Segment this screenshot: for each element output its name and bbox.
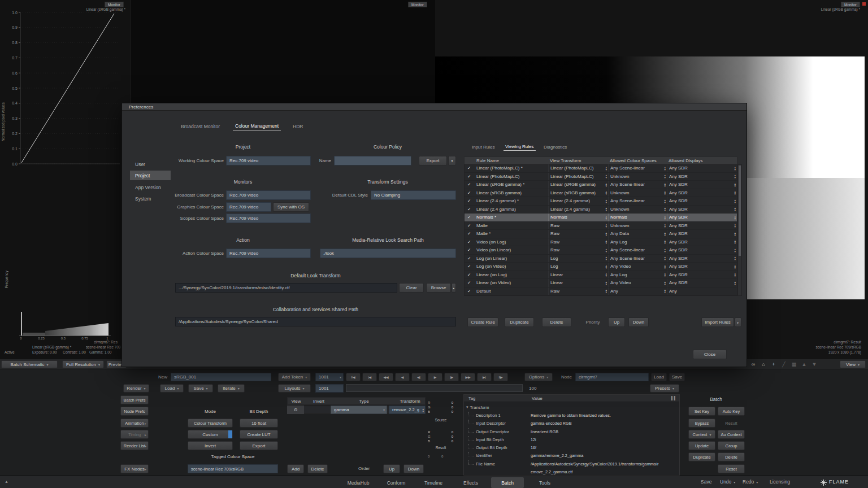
stepper-icon[interactable] (734, 190, 736, 195)
allowed-spaces-select[interactable]: Unknown (608, 206, 667, 213)
fx-nodes-button[interactable]: FX Nodes (120, 464, 149, 473)
rule-check-icon[interactable]: ✓ (465, 272, 475, 277)
timeline-slider[interactable] (346, 384, 523, 392)
allowed-displays-select[interactable]: Any SDR (667, 255, 737, 263)
add-transform-button[interactable]: Add (287, 464, 304, 473)
bottom-tab-batch[interactable]: Batch (491, 477, 524, 488)
allowed-spaces-select[interactable]: Any Scene-linear (608, 197, 667, 205)
left-button-render-list[interactable]: Render List (120, 441, 149, 450)
visibility-cell[interactable]: ⊙ (287, 406, 304, 414)
draw-icon[interactable]: ╱ (780, 360, 788, 368)
view-transform-select[interactable]: Raw (548, 287, 608, 295)
view-transform-select[interactable]: Linear (2.4 gamma) (548, 197, 608, 205)
scroll-grip-icon[interactable]: ▌▌ (671, 396, 676, 400)
view-transform-select[interactable]: Raw (548, 222, 608, 230)
transport-button[interactable]: ◀◀ (379, 373, 393, 381)
allowed-spaces-select[interactable]: Any Data (608, 230, 667, 238)
allowed-spaces-select[interactable]: Any Video (608, 263, 667, 271)
transport-button[interactable]: |◀ (362, 373, 377, 381)
stepper-icon[interactable] (664, 256, 666, 260)
batch-button-delete[interactable]: Delete (718, 452, 745, 461)
viewing-rule-row[interactable]: ✓Video (on Linear)RawAny Scene-linearAny… (465, 246, 737, 255)
allowed-spaces-select[interactable]: Unknown (608, 222, 667, 230)
view-transform-select[interactable]: Normals (548, 213, 608, 221)
tab-hdr[interactable]: HDR (290, 122, 305, 130)
broadcast-colour-space-select[interactable]: Rec.709 video (226, 190, 311, 200)
rules-scrollbar[interactable] (737, 164, 742, 296)
batch-button-result[interactable]: Result (718, 419, 745, 428)
batch-button-duplicate[interactable]: Duplicate (688, 452, 715, 461)
view-transform-select[interactable]: Linear (PhotoMapLC) (548, 173, 608, 181)
rule-check-icon[interactable]: ✓ (465, 198, 475, 203)
dialog-titlebar[interactable]: Preferences (122, 103, 747, 111)
bit-depth-button[interactable]: 16 float (240, 419, 278, 428)
viewing-rule-row[interactable]: ✓Log (on Video)LogAny VideoAny SDR (465, 263, 737, 271)
link-icon[interactable]: ∞ (749, 360, 757, 368)
rule-check-icon[interactable]: ✓ (465, 174, 475, 179)
tree-row[interactable]: Input Bit Depth12i (464, 435, 679, 443)
batch-button-bypass[interactable]: Bypass (688, 419, 715, 428)
tab-diagnostics[interactable]: Diagnostics (542, 143, 568, 151)
allowed-spaces-select[interactable]: Any Video (608, 279, 667, 287)
viewing-rule-row[interactable]: ✓Linear (sRGB gamma) *Linear (sRGB gamma… (465, 181, 737, 189)
stepper-icon[interactable] (734, 166, 736, 171)
options-dropdown[interactable]: Options (524, 373, 553, 381)
rule-check-icon[interactable]: ✓ (465, 256, 475, 261)
presets-dropdown[interactable]: Presets (650, 384, 679, 393)
stepper-icon[interactable] (734, 223, 736, 228)
down-icon[interactable]: ▼ (810, 360, 818, 368)
rule-up-button[interactable]: Up (608, 317, 625, 327)
stepper-icon[interactable] (422, 408, 424, 412)
batch-button-au-context[interactable]: Au Context (718, 430, 745, 439)
allowed-spaces-select[interactable]: Any Log (608, 238, 667, 246)
scrollbar-thumb[interactable] (739, 165, 741, 256)
collab-shared-path[interactable]: /Applications/Autodesk/Synergy/SynColor/… (175, 317, 456, 326)
allowed-spaces-select[interactable]: Any Scene-linear (608, 246, 667, 254)
rule-check-icon[interactable]: ✓ (465, 190, 475, 195)
default-look-transform-path[interactable]: .../Synergy/SynColor/2019.1/transforms/m… (175, 283, 397, 293)
tree-row[interactable]: Input Descriptorgamma-encoded RGB (464, 420, 679, 428)
transport-button[interactable]: ▶▶ (461, 373, 475, 381)
home-icon[interactable]: ⌂ (760, 360, 767, 368)
transport-button[interactable]: ◀ (395, 373, 410, 381)
viewing-rule-row[interactable]: ✓Normals *NormalsNormalsAny SDR (465, 213, 737, 222)
stepper-icon[interactable] (664, 223, 666, 228)
bottom-tab-timeline[interactable]: Timeline (417, 477, 450, 488)
default-cdl-style-select[interactable]: No Clamping (371, 190, 456, 200)
allowed-displays-select[interactable]: Any SDR (667, 173, 737, 181)
policy-name-input[interactable] (334, 156, 411, 165)
frame-spinner[interactable]: 1001 (315, 373, 344, 381)
view-transform-select[interactable]: Linear (sRGB gamma) (548, 189, 608, 197)
viewing-rule-row[interactable]: ✓MatteRawUnknownAny SDR (465, 222, 737, 230)
graphics-colour-space-select[interactable]: Rec.709 video (226, 202, 271, 212)
node-save-button[interactable]: Save (669, 373, 685, 381)
allowed-displays-select[interactable]: Any SDR (667, 189, 737, 197)
allowed-spaces-select[interactable]: Any Log (608, 271, 667, 279)
allowed-displays-select[interactable]: Any SDR (667, 263, 737, 271)
action-colour-space-select[interactable]: Rec.709 video (226, 249, 311, 258)
transform-name-cell[interactable]: remove_2.2_g (389, 406, 426, 414)
redo-menu[interactable]: Redo (743, 479, 758, 485)
view-transform-select[interactable]: Linear (2.4 gamma) (548, 206, 608, 213)
stepper-icon[interactable] (605, 248, 607, 252)
left-button-batch-prefs[interactable]: Batch Prefs (120, 395, 149, 404)
rule-check-icon[interactable]: ✓ (465, 247, 475, 252)
batch-button-reset[interactable]: Reset (718, 464, 745, 473)
look-search-path-field[interactable]: ./look (320, 249, 456, 258)
view-transform-select[interactable]: Log (548, 263, 608, 271)
allowed-spaces-select[interactable]: Any Scene-linear (608, 255, 667, 263)
allowed-spaces-select[interactable]: Any Scene-linear (608, 181, 667, 189)
allowed-displays-select[interactable]: Any SDR (667, 238, 737, 246)
current-frame-field[interactable]: 1001 (315, 384, 344, 393)
bottom-tab-tools[interactable]: Tools (528, 477, 561, 488)
custom-mode-button[interactable]: Custom (188, 430, 233, 439)
stepper-icon[interactable] (664, 174, 666, 178)
viewing-rule-row[interactable]: ✓Linear (sRGB gamma)Linear (sRGB gamma)U… (465, 189, 737, 198)
rule-check-icon[interactable]: ✓ (465, 280, 475, 285)
create-rule-button[interactable]: Create Rule (467, 317, 498, 327)
view-transform-select[interactable]: Linear (sRGB gamma) (548, 181, 608, 189)
rule-check-icon[interactable]: ✓ (465, 215, 475, 220)
allowed-displays-select[interactable]: Any SDR (667, 206, 737, 213)
batch-button-auto-key[interactable]: Auto Key (718, 407, 745, 416)
viewing-rule-row[interactable]: ✓Matte *RawAny DataAny SDR (465, 230, 737, 238)
